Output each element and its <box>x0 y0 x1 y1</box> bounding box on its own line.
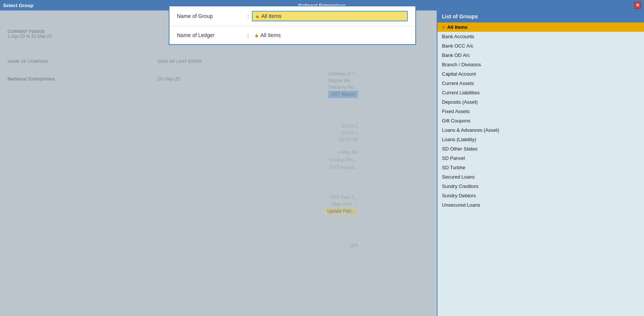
group-item-14[interactable]: SD Panvel <box>437 154 644 163</box>
select-group-modal: Name of Group : ◆All Items Name of Ledge… <box>169 6 416 45</box>
groups-list: ◆ All ItemsBank AccountsBank OCC A/cBank… <box>437 22 644 210</box>
group-item-label-3: Bank OD A/c <box>442 52 470 58</box>
group-item-18[interactable]: Sundry Debtors <box>437 191 644 200</box>
group-item-2[interactable]: Bank OCC A/c <box>437 41 644 51</box>
group-item-label-13: SD Other States <box>442 146 478 152</box>
groups-panel-header: List of Groups <box>437 10 644 22</box>
group-item-label-19: Unsecured Loans <box>442 202 480 208</box>
group-item-label-0: All Items <box>447 24 467 30</box>
close-button[interactable]: ✕ <box>634 2 641 9</box>
group-item-13[interactable]: SD Other States <box>437 144 644 154</box>
modal-colon-2: : <box>244 32 252 38</box>
group-item-label-9: Fixed Assets <box>442 109 470 114</box>
group-item-label-6: Current Assets <box>442 80 474 86</box>
diamond-icon-list: ◆ <box>442 25 445 30</box>
group-item-6[interactable]: Current Assets <box>437 79 644 88</box>
groups-panel: List of Groups ◆ All ItemsBank AccountsB… <box>437 10 644 316</box>
group-item-label-14: SD Panvel <box>442 155 465 161</box>
group-item-label-4: Branch / Divisions <box>442 62 481 67</box>
modal-colon-1: : <box>244 13 252 19</box>
group-item-label-2: Bank OCC A/c <box>442 43 473 49</box>
group-item-4[interactable]: Branch / Divisions <box>437 60 644 69</box>
group-item-17[interactable]: Sundry Creditors <box>437 182 644 191</box>
group-item-0[interactable]: ◆ All Items <box>437 22 644 32</box>
name-of-ledger-label: Name of Ledger <box>177 32 244 38</box>
group-item-5[interactable]: Capital Account <box>437 69 644 79</box>
group-item-label-5: Capital Account <box>442 71 476 77</box>
group-item-label-18: Sundry Debtors <box>442 193 476 198</box>
window-title-left: Select Group <box>3 3 33 8</box>
group-item-label-16: Secured Loans <box>442 174 475 180</box>
group-item-label-15: SD Turbhe <box>442 165 465 170</box>
group-item-label-17: Sundry Creditors <box>442 183 479 189</box>
group-item-3[interactable]: Bank OD A/c <box>437 51 644 60</box>
diamond-icon-1: ◆ <box>256 14 259 19</box>
modal-name-of-ledger-row: Name of Ledger : ◆All Items <box>169 26 415 44</box>
group-item-15[interactable]: SD Turbhe <box>437 163 644 172</box>
group-item-1[interactable]: Bank Accounts <box>437 32 644 41</box>
group-item-12[interactable]: Loans (Liability) <box>437 135 644 144</box>
background-overlay <box>0 10 437 316</box>
name-of-group-value[interactable]: ◆All Items <box>252 11 408 21</box>
group-item-label-10: Gift Coupons <box>442 118 470 124</box>
group-item-9[interactable]: Fixed Assets <box>437 107 644 116</box>
group-item-10[interactable]: Gift Coupons <box>437 116 644 125</box>
group-item-8[interactable]: Deposits (Asset) <box>437 97 644 107</box>
group-item-11[interactable]: Loans & Advances (Asset) <box>437 125 644 135</box>
group-item-label-1: Bank Accounts <box>442 34 474 39</box>
group-item-7[interactable]: Current Liabilities <box>437 88 644 97</box>
name-of-group-label: Name of Group <box>177 13 244 19</box>
group-item-16[interactable]: Secured Loans <box>437 172 644 182</box>
group-item-label-7: Current Liabilities <box>442 90 479 95</box>
name-of-ledger-value[interactable]: ◆All Items <box>252 31 408 40</box>
group-item-label-12: Loans (Liability) <box>442 137 476 142</box>
group-item-label-8: Deposits (Asset) <box>442 99 478 105</box>
group-item-label-11: Loans & Advances (Asset) <box>442 127 499 133</box>
group-item-19[interactable]: Unsecured Loans <box>437 200 644 210</box>
modal-name-of-group-row: Name of Group : ◆All Items <box>169 6 415 26</box>
diamond-icon-2: ◆ <box>255 33 258 38</box>
